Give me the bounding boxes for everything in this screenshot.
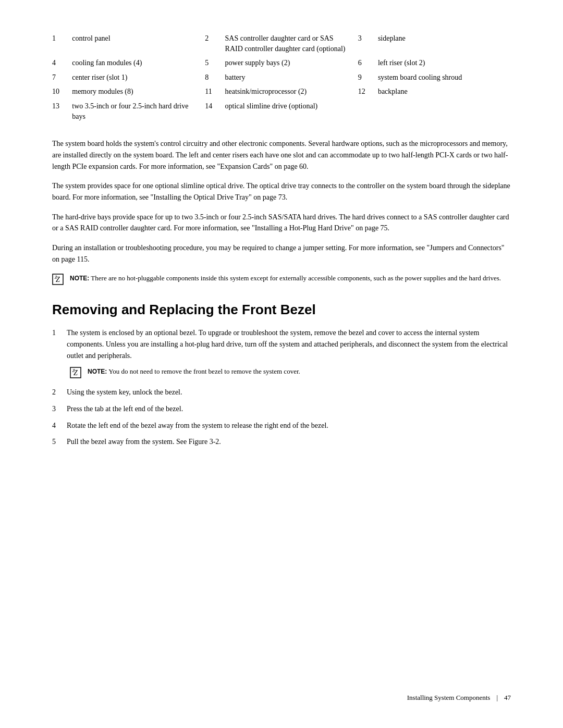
part-label: center riser (slot 1)	[72, 70, 205, 85]
note-content-2: You do not need to remove the front beze…	[108, 367, 300, 375]
part-num: 5	[205, 56, 225, 70]
steps-list: 1The system is enclosed by an optional b…	[52, 327, 511, 448]
section-heading: Removing and Replacing the Front Bezel	[52, 302, 511, 318]
list-item: 1The system is enclosed by an optional b…	[52, 327, 511, 361]
part-label: left riser (slot 2)	[378, 56, 511, 70]
part-num: 6	[358, 56, 378, 70]
step-number: 2	[52, 387, 67, 398]
step-content: Rotate the left end of the bezel away fr…	[67, 420, 511, 431]
part-num: 7	[52, 70, 72, 85]
part-label: optical slimline drive (optional)	[225, 99, 358, 124]
footer-divider: |	[496, 694, 498, 702]
part-num: 8	[205, 70, 225, 85]
footer-section: Installing System Components	[407, 694, 491, 702]
list-item: 2Using the system key, unlock the bezel.	[52, 387, 511, 398]
note-label-1: NOTE:	[70, 275, 89, 282]
note-block-2: Z Z NOTE: You do not need to remove the …	[70, 366, 511, 379]
parts-reference-table: 1control panel2SAS controller daughter c…	[52, 31, 511, 124]
footer-page: 47	[504, 694, 511, 702]
note-text-2: NOTE: You do not need to remove the fron…	[88, 366, 300, 377]
part-num: 9	[358, 70, 378, 85]
body-paragraph: The hard-drive bays provide space for up…	[52, 212, 511, 234]
list-item: 3Press the tab at the left end of the be…	[52, 403, 511, 415]
note-label-2: NOTE:	[88, 368, 107, 375]
note-block-1: Z Z NOTE: There are no hot-pluggable com…	[52, 273, 511, 286]
part-label: control panel	[72, 31, 205, 56]
page-footer: Installing System Components | 47	[407, 694, 511, 702]
part-label: two 3.5-inch or four 2.5-inch hard drive…	[72, 99, 205, 124]
part-label: battery	[225, 70, 358, 85]
list-item: 4Rotate the left end of the bezel away f…	[52, 420, 511, 431]
body-paragraph: During an installation or troubleshootin…	[52, 242, 511, 265]
step-number: 4	[52, 420, 67, 431]
part-label: sideplane	[378, 31, 511, 56]
svg-text:Z: Z	[72, 368, 75, 373]
note-icon-1: Z Z	[52, 274, 67, 286]
part-label: heatsink/microprocessor (2)	[225, 84, 358, 99]
step-number: 1	[52, 327, 67, 339]
list-item: 5Pull the bezel away from the system. Se…	[52, 436, 511, 448]
part-label: power supply bays (2)	[225, 56, 358, 70]
note-content-1: There are no hot-pluggable components in…	[91, 274, 501, 282]
step-number: 3	[52, 403, 67, 415]
step-content: Press the tab at the left end of the bez…	[67, 403, 511, 415]
note-text-1: NOTE: There are no hot-pluggable compone…	[70, 273, 501, 283]
part-label	[378, 99, 511, 124]
part-label: SAS controller daughter card or SAS RAID…	[225, 31, 358, 56]
part-num: 3	[358, 31, 378, 56]
part-label: cooling fan modules (4)	[72, 56, 205, 70]
step-number: 5	[52, 436, 67, 448]
note-icon-2: Z Z	[70, 367, 84, 379]
part-num: 14	[205, 99, 225, 124]
part-label: system board cooling shroud	[378, 70, 511, 85]
body-paragraph: The system board holds the system's cont…	[52, 138, 511, 172]
part-num: 11	[205, 84, 225, 99]
step-content: Pull the bezel away from the system. See…	[67, 436, 511, 448]
part-num	[358, 99, 378, 124]
part-num: 1	[52, 31, 72, 56]
step-content: The system is enclosed by an optional be…	[67, 327, 511, 361]
part-label: memory modules (8)	[72, 84, 205, 99]
body-paragraph: The system provides space for one option…	[52, 180, 511, 203]
step-content: Using the system key, unlock the bezel.	[67, 387, 511, 398]
part-num: 2	[205, 31, 225, 56]
part-num: 4	[52, 56, 72, 70]
part-num: 10	[52, 84, 72, 99]
part-label: backplane	[378, 84, 511, 99]
body-paragraphs: The system board holds the system's cont…	[52, 138, 511, 265]
part-num: 12	[358, 84, 378, 99]
svg-text:Z: Z	[55, 275, 57, 280]
part-num: 13	[52, 99, 72, 124]
